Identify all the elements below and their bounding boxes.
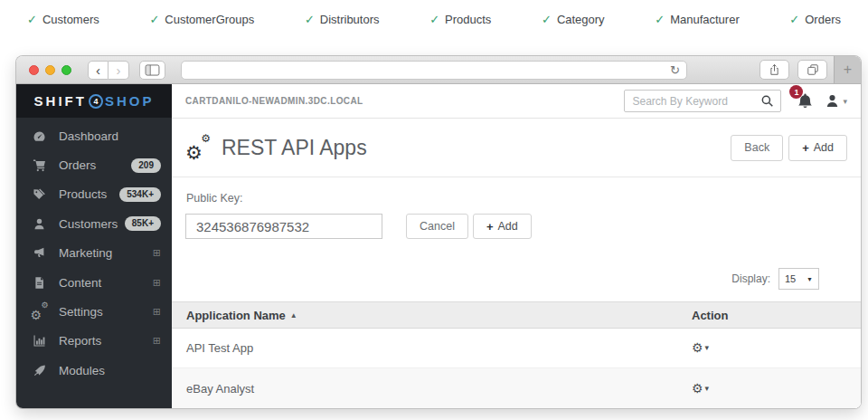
sidebar-item-label: Orders xyxy=(59,158,131,172)
check-icon: ✓ xyxy=(305,13,315,26)
check-icon: ✓ xyxy=(429,13,439,26)
public-key-form: Cancel + Add xyxy=(185,214,532,239)
status-item-orders[interactable]: ✓ Orders xyxy=(789,13,841,26)
check-icon: ✓ xyxy=(27,13,37,26)
expand-plus-icon[interactable]: ⊞ xyxy=(153,307,161,317)
expand-plus-icon[interactable]: ⊞ xyxy=(153,336,161,346)
add-button[interactable]: + Add xyxy=(788,135,847,161)
table-row: eBay Analyst ⚙ ▾ xyxy=(172,368,861,408)
application-name-cell: eBay Analyst xyxy=(172,382,692,396)
admin-app: SHIFT 4 SHOP Dashboard xyxy=(16,84,861,408)
nav-buttons: ‹ › xyxy=(88,61,129,80)
sidebar-item-customers[interactable]: Customers 85K+ xyxy=(16,209,172,238)
browser-forward-button[interactable]: › xyxy=(108,61,129,80)
browser-window: ‹ › ↻ xyxy=(16,56,861,408)
check-icon: ✓ xyxy=(655,13,665,26)
sidebar-item-content[interactable]: Content ⊞ xyxy=(16,268,172,297)
tabs-icon xyxy=(807,63,819,76)
plus-icon: + xyxy=(486,220,494,234)
account-menu-button[interactable]: ▾ xyxy=(825,93,847,109)
expand-plus-icon[interactable]: ⊞ xyxy=(153,278,161,288)
status-item-customergroups[interactable]: ✓ CustomerGroups xyxy=(149,13,254,26)
status-item-manufacturer[interactable]: ✓ Manufacturer xyxy=(655,13,740,26)
status-item-distributors[interactable]: ✓ Distributors xyxy=(305,13,380,26)
tabs-overview-button[interactable] xyxy=(797,60,827,80)
share-icon xyxy=(769,63,780,76)
zoom-button[interactable] xyxy=(61,65,71,75)
logo-text-shop: SHOP xyxy=(105,93,155,109)
status-item-products[interactable]: ✓ Products xyxy=(429,13,491,26)
status-item-label: Manufacturer xyxy=(670,13,740,26)
check-icon: ✓ xyxy=(789,13,799,26)
display-select[interactable]: 15 ▼ xyxy=(778,268,819,290)
select-arrow-icon: ▼ xyxy=(807,276,813,282)
sidebar-item-dashboard[interactable]: Dashboard xyxy=(16,121,172,150)
close-button[interactable] xyxy=(29,65,39,75)
minimize-button[interactable] xyxy=(45,65,55,75)
admin-top-bar: CARTDANILO-NEWADMIN.3DC.LOCAL 1 xyxy=(172,84,861,119)
shift4shop-logo[interactable]: SHIFT 4 SHOP xyxy=(16,84,172,118)
store-domain: CARTDANILO-NEWADMIN.3DC.LOCAL xyxy=(185,96,363,106)
display-control: Display: 15 ▼ xyxy=(731,268,819,290)
url-bar[interactable]: ↻ xyxy=(181,61,687,80)
display-selected-value: 15 xyxy=(785,273,796,284)
document-icon xyxy=(31,276,48,290)
status-item-category[interactable]: ✓ Category xyxy=(542,13,605,26)
sidebar-item-settings[interactable]: ⚙⚙ Settings ⊞ xyxy=(16,297,172,326)
sidebar-toggle-button[interactable] xyxy=(139,61,165,80)
main-content: CARTDANILO-NEWADMIN.3DC.LOCAL 1 xyxy=(172,84,861,408)
share-button[interactable] xyxy=(760,60,789,80)
tags-icon xyxy=(31,187,48,201)
expand-plus-icon[interactable]: ⊞ xyxy=(153,248,161,258)
browser-back-button[interactable]: ‹ xyxy=(88,61,108,80)
search-icon[interactable] xyxy=(760,94,780,108)
logo-text-shift: SHIFT xyxy=(34,93,87,109)
sidebar-item-reports[interactable]: Reports ⊞ xyxy=(16,327,172,356)
application-name-cell: API Test App xyxy=(172,341,692,355)
sidebar-toggle-icon xyxy=(145,64,160,76)
logo-four-icon: 4 xyxy=(89,94,103,109)
sidebar-item-marketing[interactable]: Marketing ⊞ xyxy=(16,239,172,268)
sidebar-item-label: Modules xyxy=(59,364,161,377)
sidebar-item-label: Marketing xyxy=(59,246,153,260)
status-item-label: Category xyxy=(557,13,605,26)
column-action: Action xyxy=(692,309,861,322)
chevron-down-icon: ▾ xyxy=(705,343,710,352)
sidebar-item-orders[interactable]: Orders 209 xyxy=(16,150,172,179)
public-key-label: Public Key: xyxy=(186,192,243,205)
refresh-icon[interactable]: ↻ xyxy=(670,64,686,76)
sidebar-item-label: Customers xyxy=(59,217,125,231)
new-tab-button[interactable]: + xyxy=(834,56,861,83)
page-header: ⚙⚙ REST API Apps Back + Add xyxy=(172,119,861,177)
sidebar-item-modules[interactable]: Modules xyxy=(16,356,172,385)
window-controls xyxy=(29,65,71,75)
public-key-input[interactable] xyxy=(185,214,382,239)
sidebar-item-label: Dashboard xyxy=(59,129,161,143)
row-action-menu[interactable]: ⚙ ▾ xyxy=(692,341,709,354)
form-add-button[interactable]: + Add xyxy=(473,214,532,239)
customers-count-badge: 85K+ xyxy=(125,216,161,231)
sidebar-item-label: Reports xyxy=(59,334,153,348)
search-input[interactable] xyxy=(625,95,760,108)
status-item-customers[interactable]: ✓ Customers xyxy=(27,13,99,26)
plus-icon: + xyxy=(802,141,809,155)
gear-icon: ⚙ xyxy=(692,341,703,354)
page-title: REST API Apps xyxy=(222,136,367,160)
sidebar-item-label: Products xyxy=(59,187,119,201)
dashboard-icon xyxy=(31,129,48,143)
sidebar-item-products[interactable]: Products 534K+ xyxy=(16,180,172,209)
chevron-down-icon: ▾ xyxy=(843,97,847,106)
cancel-button[interactable]: Cancel xyxy=(406,214,468,239)
orders-count-badge: 209 xyxy=(131,158,161,173)
column-application-name[interactable]: Application Name ▲ xyxy=(172,309,692,322)
display-label: Display: xyxy=(731,272,770,285)
bar-chart-icon xyxy=(31,334,48,348)
notifications-button[interactable]: 1 xyxy=(797,92,814,110)
status-item-label: Orders xyxy=(805,13,841,26)
check-icon: ✓ xyxy=(149,13,159,26)
products-count-badge: 534K+ xyxy=(119,187,161,202)
row-action-menu[interactable]: ⚙ ▾ xyxy=(692,382,709,395)
status-item-label: CustomerGroups xyxy=(165,13,254,26)
url-input[interactable] xyxy=(182,62,670,79)
back-button[interactable]: Back xyxy=(731,135,783,161)
